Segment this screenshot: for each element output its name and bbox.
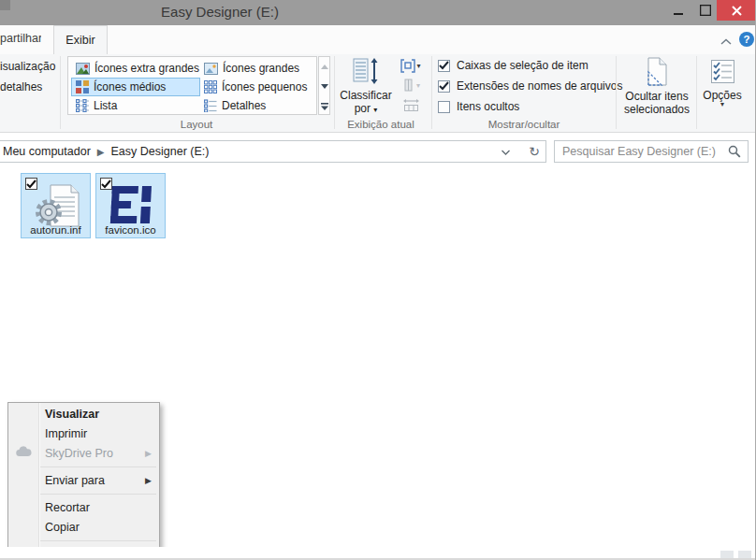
file-name-label: autorun.inf — [22, 224, 90, 236]
group-divider — [431, 56, 432, 129]
breadcrumb-arrow-icon: ▶ — [91, 147, 111, 157]
checkbox-file-name-extensions[interactable]: Extensões de nomes de arquivos — [438, 79, 622, 93]
address-row: Meu computador▶Easy Designer (E:) ↻ Pesq… — [0, 136, 756, 166]
tab-compartilhar[interactable]: partilhar — [0, 32, 41, 45]
details-pane-button[interactable]: detalhes — [0, 80, 42, 93]
checkbox-unchecked-icon — [438, 101, 450, 113]
window-title: Easy Designer (E:) — [89, 4, 351, 20]
sort-by-button[interactable]: Classificar por ▾ — [339, 56, 393, 115]
chevron-up-icon — [720, 38, 732, 46]
large-icons-icon — [204, 63, 218, 75]
checkbox-item-check-boxes[interactable]: Caixas de seleção de item — [438, 59, 589, 72]
details-view-toggle-button[interactable] — [720, 551, 734, 558]
menu-separator — [8, 537, 159, 544]
ribbon-tab-row: partilhar Exibir ? — [0, 25, 756, 54]
sort-by-icon — [353, 58, 379, 86]
group-divider — [60, 56, 61, 129]
file-item-autorun[interactable]: autorun.inf — [21, 173, 91, 238]
thumbnail-view-toggle-button[interactable] — [738, 551, 751, 558]
menu-item-imprimir[interactable]: Imprimir — [8, 424, 159, 443]
group-by-icon — [400, 59, 415, 73]
dropdown-arrow-icon: ▾ — [416, 62, 420, 70]
address-bar[interactable]: Meu computador▶Easy Designer (E:) — [0, 140, 524, 163]
menu-item-recortar[interactable]: Recortar — [8, 497, 159, 517]
setup-file-icon — [34, 184, 82, 227]
group-by-button[interactable]: ▾ — [397, 57, 425, 75]
hide-selected-items-icon — [645, 57, 669, 87]
search-icon — [728, 145, 741, 162]
layout-option-large-icons[interactable]: Ícones grandes — [200, 59, 313, 78]
easy-designer-logo-icon — [109, 186, 154, 225]
menu-item-visualizar[interactable]: Visualizar — [8, 404, 159, 424]
size-columns-icon — [403, 97, 419, 112]
status-bar — [0, 547, 756, 560]
layout-gallery: Ícones extra grandes Ícones grandes Ícon… — [67, 56, 317, 115]
options-icon — [710, 58, 735, 86]
tab-exibir[interactable]: Exibir — [53, 25, 108, 54]
details-view-icon — [204, 99, 217, 112]
menu-separator — [8, 490, 159, 497]
preview-pane-button[interactable]: isualização — [0, 60, 55, 73]
layout-option-details[interactable]: Detalhes — [200, 96, 313, 115]
breadcrumb: Meu computador▶Easy Designer (E:) — [3, 145, 209, 158]
menu-item-copiar[interactable]: Copiar — [8, 517, 159, 537]
triangle-down-icon — [321, 84, 328, 89]
layout-option-list[interactable]: Lista — [72, 96, 199, 115]
medium-icons-icon — [76, 80, 89, 93]
breadcrumb-my-computer[interactable]: Meu computador — [3, 145, 91, 158]
group-divider — [616, 56, 617, 129]
group-label-show-hide: Mostrar/ocultar — [458, 119, 589, 130]
checkbox-checked-icon — [438, 60, 450, 72]
dropdown-arrow-icon: ▾ — [373, 106, 377, 114]
search-box[interactable]: Pesquisar Easy Designer (E:) — [554, 140, 749, 163]
list-view-icon — [76, 99, 89, 112]
file-list-area[interactable]: autorun.inf favicon.ico Visualizar Impri… — [0, 166, 756, 547]
dropdown-arrow-icon: ▾ — [416, 81, 420, 90]
layout-gallery-scrollbar — [318, 56, 330, 115]
app-icon — [0, 0, 10, 10]
refresh-icon: ↻ — [529, 144, 540, 159]
layout-option-small-icons[interactable]: Ícones pequenos — [200, 78, 313, 96]
submenu-arrow-icon: ▶ — [145, 476, 152, 485]
collapse-ribbon-button[interactable] — [720, 33, 735, 48]
gallery-more-button[interactable] — [319, 96, 329, 116]
layout-option-medium-icons[interactable]: Ícones médios — [71, 78, 200, 96]
hide-selected-items-button[interactable]: Ocultar itens selecionados — [620, 56, 693, 116]
refresh-button[interactable]: ↻ — [523, 140, 546, 163]
layout-option-extra-large-icons[interactable]: Ícones extra grandes — [72, 59, 199, 78]
maximize-button[interactable] — [695, 0, 716, 21]
small-icons-icon — [204, 80, 217, 93]
titlebar: Easy Designer (E:) — [0, 0, 756, 25]
gallery-scroll-down-button[interactable] — [319, 77, 329, 96]
gallery-scroll-up-button[interactable] — [319, 57, 329, 77]
maximize-icon — [700, 5, 711, 16]
address-dropdown-button[interactable] — [501, 144, 511, 165]
options-button[interactable]: Opções ▾ — [700, 56, 745, 108]
group-label-current-view: Exibição atual — [329, 119, 432, 130]
add-columns-button-disabled[interactable]: ▾ — [397, 77, 425, 94]
ribbon: isualização detalhes Ícones extra grande… — [0, 54, 756, 133]
checkbox-checked-icon — [438, 80, 450, 93]
gallery-more-icon — [321, 103, 328, 110]
help-button[interactable]: ? — [739, 32, 754, 47]
extra-large-icons-icon — [76, 63, 90, 75]
menu-separator — [8, 463, 159, 470]
checkbox-hidden-items[interactable]: Itens ocultos — [438, 100, 519, 113]
add-columns-icon — [401, 79, 415, 93]
group-divider — [696, 56, 697, 129]
context-menu: Visualizar Imprimir SkyDrive Pro ▶ Envia… — [7, 402, 160, 560]
cloud-icon — [16, 446, 32, 460]
group-label-layout: Layout — [122, 119, 271, 130]
close-button[interactable] — [717, 0, 756, 21]
size-columns-button-disabled[interactable] — [397, 95, 425, 113]
minimize-icon — [674, 6, 684, 16]
search-placeholder: Pesquisar Easy Designer (E:) — [562, 145, 716, 158]
file-name-label: favicon.ico — [96, 224, 165, 236]
menu-item-skydrive-pro[interactable]: SkyDrive Pro ▶ — [8, 443, 159, 463]
breadcrumb-drive[interactable]: Easy Designer (E:) — [111, 145, 210, 158]
submenu-arrow-icon: ▶ — [145, 449, 152, 458]
dropdown-arrow-icon: ▾ — [700, 102, 745, 108]
minimize-button[interactable] — [668, 0, 689, 21]
file-item-favicon[interactable]: favicon.ico — [95, 173, 166, 238]
menu-item-enviar-para[interactable]: Enviar para ▶ — [8, 470, 159, 490]
